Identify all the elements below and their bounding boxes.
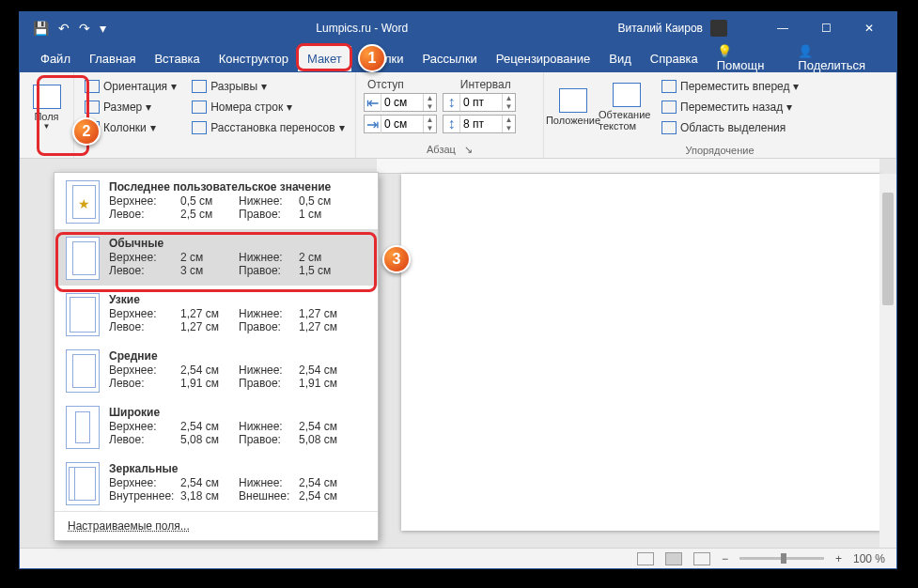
web-layout-icon[interactable] <box>693 552 710 565</box>
ribbon: Поля ▼ Ориентация ▾ Размер ▾ Колонки ▾ Р… <box>20 72 896 159</box>
wrap-icon <box>613 83 641 107</box>
ribbon-tabs: Файл Главная Вставка Конструктор Макет С… <box>20 44 896 72</box>
margins-option-normal[interactable]: Обычные Верхнее:2 смНижнее:2 см Левое:3 … <box>54 229 378 286</box>
tab-insert[interactable]: Вставка <box>145 46 209 71</box>
user-name[interactable]: Виталий Каиров <box>617 22 703 35</box>
tab-view[interactable]: Вид <box>599 46 641 71</box>
tab-mailings[interactable]: Рассылки <box>412 46 486 71</box>
margin-thumb-icon <box>66 349 100 393</box>
custom-margins-link[interactable]: Настраиваемые поля... <box>54 511 378 540</box>
vertical-scrollbar[interactable] <box>879 174 896 548</box>
annotation-badge-1: 1 <box>358 44 386 72</box>
size-icon <box>85 101 100 114</box>
hyphen-icon <box>192 121 207 134</box>
orientation-icon <box>85 80 100 93</box>
orientation-button[interactable]: Ориентация ▾ <box>82 76 179 97</box>
page[interactable] <box>401 174 880 531</box>
spacing-before-input[interactable]: ↕▲▼ <box>443 93 516 112</box>
margins-option-narrow[interactable]: Узкие Верхнее:1,27 смНижнее:1,27 см Лево… <box>54 286 378 342</box>
indent-label: Отступ <box>367 78 404 91</box>
margins-icon <box>33 85 61 109</box>
margins-button[interactable]: Поля ▼ <box>27 76 66 138</box>
arrange-group-label: Упорядочение <box>552 143 888 156</box>
bring-forward-icon <box>661 80 677 93</box>
zoom-out-icon[interactable]: − <box>722 552 728 565</box>
tab-review[interactable]: Рецензирование <box>487 46 599 71</box>
margins-dropdown: ★ Последнее пользовательское значение Ве… <box>54 172 379 541</box>
window-title: Lumpics.ru - Word <box>106 22 617 35</box>
tab-home[interactable]: Главная <box>80 46 145 71</box>
quick-access-toolbar: 💾 ↶ ↷ ▾ <box>20 21 106 36</box>
qat-more-icon[interactable]: ▾ <box>100 21 106 36</box>
annotation-badge-3: 3 <box>382 245 411 273</box>
send-backward-button[interactable]: Переместить назад ▾ <box>659 97 801 117</box>
line-numbers-button[interactable]: Номера строк ▾ <box>189 97 348 117</box>
margin-thumb-icon <box>66 293 100 336</box>
print-layout-icon[interactable] <box>665 552 682 565</box>
save-icon[interactable]: 💾 <box>33 21 49 36</box>
position-button[interactable]: Положение <box>552 76 595 138</box>
zoom-slider[interactable] <box>739 557 824 560</box>
breaks-button[interactable]: Разрывы ▾ <box>189 76 348 97</box>
selection-icon <box>661 121 677 134</box>
lineno-icon <box>192 101 207 114</box>
zoom-in-icon[interactable]: + <box>835 552 842 565</box>
read-mode-icon[interactable] <box>637 552 654 565</box>
margin-thumb-icon: ★ <box>66 180 100 224</box>
breaks-icon <box>192 80 207 93</box>
spacing-label: Интервал <box>460 78 511 91</box>
margin-thumb-icon <box>66 406 100 449</box>
margin-thumb-icon <box>66 237 100 280</box>
hyphenation-button[interactable]: Расстановка переносов ▾ <box>189 117 348 138</box>
margins-option-medium[interactable]: Средние Верхнее:2,54 смНижнее:2,54 см Ле… <box>54 342 378 398</box>
spacing-after-input[interactable]: ↕▲▼ <box>443 115 516 133</box>
position-icon <box>559 88 587 113</box>
tab-design[interactable]: Конструктор <box>210 46 298 71</box>
margins-option-wide[interactable]: Широкие Верхнее:2,54 смНижнее:2,54 см Ле… <box>54 398 378 455</box>
horizontal-ruler[interactable] <box>377 159 879 174</box>
margins-option-last-custom[interactable]: ★ Последнее пользовательское значение Ве… <box>54 173 378 229</box>
status-bar: − + 100 % <box>20 548 896 568</box>
user-avatar[interactable] <box>710 20 727 37</box>
bring-forward-button[interactable]: Переместить вперед ▾ <box>659 76 801 97</box>
indent-left-input[interactable]: ⇤▲▼ <box>364 93 437 112</box>
redo-icon[interactable]: ↷ <box>79 21 90 36</box>
size-button[interactable]: Размер ▾ <box>82 97 179 117</box>
wrap-text-button[interactable]: Обтекание текстом <box>599 76 655 138</box>
tab-help[interactable]: Справка <box>641 46 708 71</box>
annotation-badge-2: 2 <box>72 117 101 146</box>
margin-thumb-icon <box>66 462 100 505</box>
indent-right-input[interactable]: ⇥▲▼ <box>364 115 437 133</box>
tab-layout[interactable]: Макет <box>298 46 351 71</box>
send-backward-icon <box>661 101 677 114</box>
selection-pane-button[interactable]: Область выделения <box>659 117 801 138</box>
zoom-level[interactable]: 100 % <box>853 552 885 565</box>
undo-icon[interactable]: ↶ <box>58 21 70 36</box>
tab-file[interactable]: Файл <box>31 46 80 71</box>
paragraph-group-label: Абзац ↘ <box>364 142 536 156</box>
margins-option-mirrored[interactable]: Зеркальные Верхнее:2,54 смНижнее:2,54 см… <box>54 455 378 511</box>
